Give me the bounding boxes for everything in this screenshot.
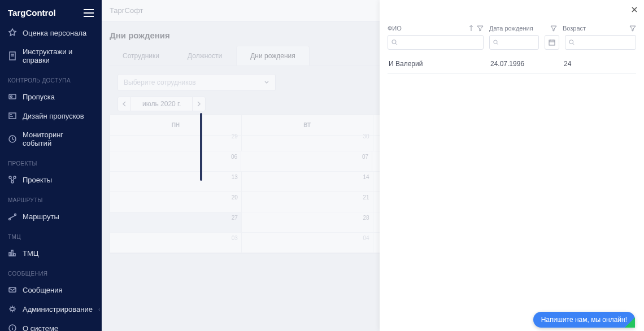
tab-birthdays[interactable]: Дни рождения	[236, 46, 310, 66]
sidebar-item-monitoring[interactable]: Мониторинг событий	[0, 125, 102, 153]
sidebar-item-pass-design[interactable]: Дизайн пропусков	[0, 106, 102, 125]
sidebar-item-label: Оценка персонала	[23, 29, 86, 37]
projects-icon	[8, 175, 17, 184]
sort-icon[interactable]	[469, 25, 473, 31]
calendar-icon	[549, 39, 555, 46]
routes-icon	[8, 212, 17, 221]
calendar-cell[interactable]: 30	[242, 131, 373, 151]
svg-point-14	[494, 40, 497, 43]
day-number: 14	[363, 174, 369, 180]
month-label: июль 2020 г.	[131, 97, 192, 111]
svg-point-16	[569, 40, 573, 44]
calendar-cell[interactable]: 14	[242, 172, 373, 192]
staff-eval-icon	[8, 28, 17, 37]
svg-point-7	[11, 181, 14, 183]
nav-section-title: ПРОЕКТЫ	[0, 153, 102, 170]
calendar-cell[interactable]: 03	[110, 233, 242, 253]
sidebar-item-label: Проекты	[23, 176, 52, 184]
search-icon	[493, 39, 498, 46]
sidebar-item-projects[interactable]: Проекты	[0, 170, 102, 189]
tab-employees[interactable]: Сотрудники	[108, 46, 173, 66]
side-panel: ФИО Дата рождения Возраст	[380, 0, 644, 331]
cell-fio: И Валерий	[389, 60, 485, 68]
monitoring-icon	[8, 134, 17, 143]
col-dob-label: Дата рождения	[489, 25, 533, 32]
cell-dob: 24.07.1996	[490, 60, 558, 68]
sidebar-scrollbar[interactable]	[200, 113, 202, 181]
sidebar-item-label: Дизайн пропусков	[23, 112, 84, 120]
filter-icon[interactable]	[550, 25, 557, 32]
logo: TargControl	[8, 8, 56, 18]
day-number: 20	[232, 194, 238, 201]
calendar-cell[interactable]: 04	[242, 233, 373, 253]
prev-month-button[interactable]	[118, 97, 131, 111]
sidebar-item-tmc[interactable]: ТМЦ	[0, 243, 102, 263]
sidebar-item-label: Мониторинг событий	[23, 130, 94, 147]
calendar-cell[interactable]: 27	[110, 212, 242, 233]
sidebar-item-label: Сообщения	[23, 286, 63, 294]
nav-section-title: ТМЦ	[0, 226, 102, 243]
sidebar-item-label: ТМЦ	[23, 249, 38, 258]
day-number: 03	[232, 235, 238, 241]
calendar-cell[interactable]: 07	[241, 151, 372, 172]
table-row[interactable]: И Валерий24.07.199624	[388, 54, 636, 74]
filter-icon[interactable]	[477, 25, 484, 32]
day-number: 13	[232, 174, 238, 180]
day-number: 06	[231, 154, 237, 160]
sidebar-item-briefings[interactable]: Инструктажи и справки	[0, 42, 102, 69]
tab-positions[interactable]: Должности	[173, 46, 236, 66]
close-icon[interactable]	[630, 6, 638, 14]
svg-point-2	[11, 96, 12, 98]
pass-design-icon	[8, 111, 17, 120]
sidebar-item-routes[interactable]: Маршруты	[0, 207, 102, 226]
calendar-cell[interactable]: 28	[242, 212, 373, 233]
col-fio-label: ФИО	[388, 25, 402, 32]
sidebar-item-admin[interactable]: Администрирование‹	[0, 299, 102, 319]
day-number: 04	[363, 235, 369, 241]
sidebar: TargControl Оценка персоналаИнструктажи …	[0, 0, 102, 331]
calendar-cell[interactable]: 06	[110, 151, 241, 172]
messages-icon	[8, 285, 17, 294]
cell-age: 24	[564, 60, 635, 68]
day-number: 30	[363, 133, 369, 140]
nav-section-title: МАРШРУТЫ	[0, 189, 102, 207]
filter-icon[interactable]	[629, 25, 636, 32]
chat-corner-decoration	[625, 317, 635, 328]
search-age-input[interactable]	[565, 35, 636, 50]
sidebar-item-label: Пропуска	[23, 93, 55, 101]
chevron-down-icon	[264, 80, 269, 85]
calendar-cell[interactable]: 13	[110, 172, 242, 192]
sidebar-item-label: Маршруты	[23, 212, 59, 221]
employee-select[interactable]: Выберите сотрудников	[118, 74, 276, 91]
briefings-icon	[8, 51, 17, 60]
day-number: 27	[232, 215, 238, 221]
svg-rect-3	[9, 113, 16, 119]
menu-toggle-icon[interactable]	[84, 9, 94, 17]
sidebar-item-label: Администрирование	[23, 305, 93, 313]
search-icon	[569, 39, 575, 46]
sidebar-item-staff-eval[interactable]: Оценка персонала	[0, 23, 102, 42]
calendar-cell[interactable]: 29	[110, 131, 242, 151]
search-dob-input[interactable]	[489, 35, 539, 50]
chat-label: Напишите нам, мы онлайн!	[541, 316, 627, 324]
nav-section-title: СООБЩЕНИЯ	[0, 263, 102, 280]
search-fio-input[interactable]	[388, 35, 484, 50]
day-number: 07	[362, 154, 368, 160]
sidebar-item-messages[interactable]: Сообщения	[0, 280, 102, 299]
about-icon	[8, 324, 17, 331]
chat-widget[interactable]: Напишите нам, мы онлайн!	[533, 312, 635, 328]
sidebar-item-about[interactable]: О системе	[0, 319, 102, 331]
calendar-cell[interactable]: 20	[110, 192, 242, 212]
employee-select-placeholder: Выберите сотрудников	[124, 79, 196, 86]
calendar-cell[interactable]: 21	[242, 192, 373, 212]
sidebar-item-passes[interactable]: Пропуска	[0, 87, 102, 106]
svg-rect-10	[9, 288, 16, 292]
sidebar-item-label: Инструктажи и справки	[23, 47, 94, 64]
svg-point-13	[392, 40, 396, 44]
svg-rect-15	[549, 40, 555, 45]
next-month-button[interactable]	[192, 97, 206, 111]
passes-icon	[8, 92, 17, 101]
date-picker-button[interactable]	[545, 35, 559, 50]
col-age-label: Возраст	[563, 25, 586, 32]
chevron-left-icon: ‹	[98, 306, 100, 312]
